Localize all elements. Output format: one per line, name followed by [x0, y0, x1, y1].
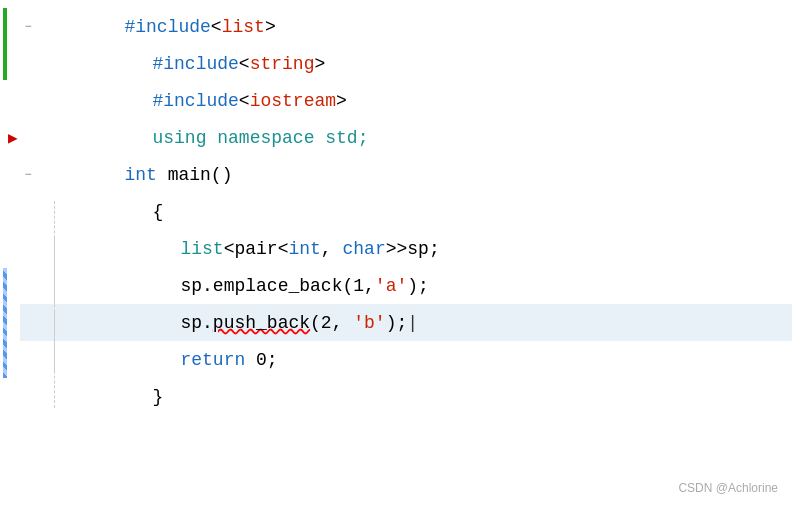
green-indicator	[3, 8, 7, 80]
debug-arrow: ▶	[8, 128, 18, 148]
left-margin	[0, 0, 14, 505]
fold-icon-1[interactable]: −	[20, 19, 36, 35]
blue-indicator	[3, 268, 7, 378]
fold-icon-5[interactable]: −	[20, 167, 36, 183]
line-11-content: }	[66, 367, 792, 427]
code-content[interactable]: − #include<list> #include<string> #inclu…	[14, 0, 792, 505]
watermark: CSDN @Achlorine	[678, 481, 778, 495]
code-line-11: }	[20, 378, 792, 415]
code-editor[interactable]: − #include<list> #include<string> #inclu…	[0, 0, 792, 505]
brace-close: }	[152, 387, 163, 407]
